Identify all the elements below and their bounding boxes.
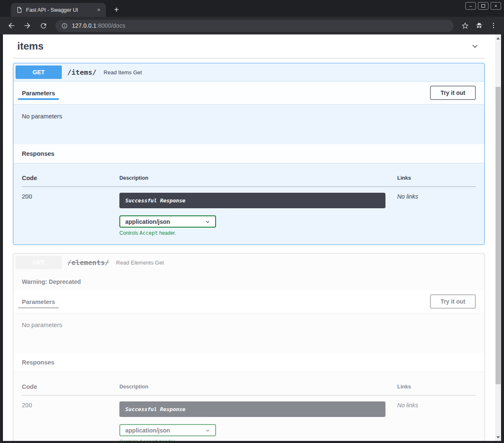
section-title: items: [17, 40, 44, 52]
opblock-summary[interactable]: GET /elements/ Read Elements Get: [13, 254, 484, 271]
opblock-get-elements-deprecated: GET /elements/ Read Elements Get Warning…: [13, 253, 485, 441]
accept-header-note: Controls Accept header.: [119, 439, 397, 441]
window-close-icon[interactable]: ×: [491, 2, 501, 10]
opblock-get-items: GET /items/ Read Items Get Parameters Tr…: [13, 63, 485, 245]
column-header-description: Description: [119, 171, 397, 187]
try-it-out-button[interactable]: Try it out: [430, 86, 476, 100]
browser-window: Fast API - Swagger UI × + – × 127.0.0.1:…: [0, 0, 504, 443]
response-row: 200 Successful Response application/json: [22, 187, 476, 236]
no-parameters-text: No parameters: [13, 104, 484, 144]
responses-table-wrapper: Code Description Links 200 Successful Re…: [13, 163, 484, 244]
chevron-down-icon[interactable]: [470, 42, 480, 51]
vertical-scrollbar[interactable]: [495, 34, 501, 441]
endpoint-summary: Read Elements Get: [113, 260, 164, 266]
chevron-down-icon: [205, 428, 210, 433]
url-path: :8000/docs: [96, 22, 125, 29]
scrollbar-thumb[interactable]: [496, 87, 501, 384]
responses-table: Code Description Links 200 Successful Re…: [22, 380, 476, 441]
media-type-value: application/json: [125, 427, 170, 434]
response-description-box: Successful Response: [119, 193, 385, 208]
try-it-out-button[interactable]: Try it out: [430, 294, 476, 309]
deprecated-warning: Warning: Deprecated: [13, 271, 484, 290]
url-host: 127.0.0.1: [72, 22, 96, 29]
tab-close-icon[interactable]: ×: [95, 6, 103, 14]
page-file-icon: [16, 7, 22, 13]
tab-parameters[interactable]: Parameters: [22, 291, 55, 312]
parameters-header: Parameters Try it out: [13, 290, 484, 313]
bookmark-star-icon[interactable]: [459, 19, 471, 32]
url-bar[interactable]: 127.0.0.1:8000/docs: [55, 20, 454, 32]
endpoint-path: /items/: [62, 68, 101, 76]
endpoint-path: /elements/: [62, 259, 113, 267]
window-controls: – ×: [465, 2, 501, 10]
menu-kebab-icon[interactable]: [487, 19, 500, 32]
no-parameters-text: No parameters: [13, 313, 484, 353]
responses-header: Responses: [13, 144, 484, 163]
column-header-description: Description: [119, 380, 397, 396]
scroll-down-icon[interactable]: [495, 434, 501, 440]
scroll-up-icon[interactable]: [495, 35, 501, 41]
tab-parameters[interactable]: Parameters: [22, 82, 55, 104]
opblock-summary[interactable]: GET /items/ Read Items Get: [13, 63, 484, 81]
responses-header: Responses: [13, 353, 484, 372]
endpoint-summary: Read Items Get: [101, 69, 142, 76]
tag-section-header-items[interactable]: items: [13, 36, 485, 58]
accept-header-note: Controls Accept header.: [119, 230, 397, 236]
back-icon[interactable]: [4, 18, 18, 33]
new-tab-icon[interactable]: +: [111, 4, 122, 15]
response-links: No links: [397, 402, 418, 409]
response-code: 200: [22, 402, 32, 409]
incognito-icon[interactable]: [473, 19, 486, 32]
address-bar: 127.0.0.1:8000/docs: [0, 17, 504, 34]
response-code: 200: [22, 193, 32, 200]
swagger-page: items GET /items/ Read Items Get Paramet…: [3, 34, 495, 441]
page-viewport: items GET /items/ Read Items Get Paramet…: [3, 34, 501, 441]
minimize-icon[interactable]: –: [465, 2, 476, 10]
forward-icon[interactable]: [20, 18, 34, 33]
info-icon[interactable]: [61, 23, 68, 29]
maximize-icon[interactable]: [478, 2, 488, 10]
chevron-down-icon: [205, 219, 210, 224]
column-header-code: Code: [22, 171, 119, 187]
media-type-select[interactable]: application/json: [119, 424, 216, 436]
column-header-links: Links: [397, 380, 476, 396]
media-type-select[interactable]: application/json: [119, 215, 216, 228]
column-header-code: Code: [22, 380, 119, 396]
response-description-box: Successful Response: [119, 401, 385, 417]
reload-icon[interactable]: [36, 18, 50, 33]
browser-tab[interactable]: Fast API - Swagger UI ×: [11, 3, 106, 17]
parameters-header: Parameters Try it out: [13, 81, 484, 104]
method-badge: GET: [16, 66, 62, 79]
column-header-links: Links: [397, 171, 476, 187]
responses-table: Code Description Links 200 Successful Re…: [22, 171, 476, 236]
response-row: 200 Successful Response application/json: [22, 396, 476, 441]
response-links: No links: [397, 193, 418, 200]
url-text[interactable]: 127.0.0.1:8000/docs: [72, 22, 125, 29]
browser-titlebar: Fast API - Swagger UI × + – ×: [0, 0, 504, 17]
method-badge: GET: [16, 256, 62, 269]
tab-title: Fast API - Swagger UI: [26, 7, 91, 13]
responses-table-wrapper: Code Description Links 200 Successful Re…: [13, 372, 484, 441]
media-type-value: application/json: [125, 218, 170, 225]
